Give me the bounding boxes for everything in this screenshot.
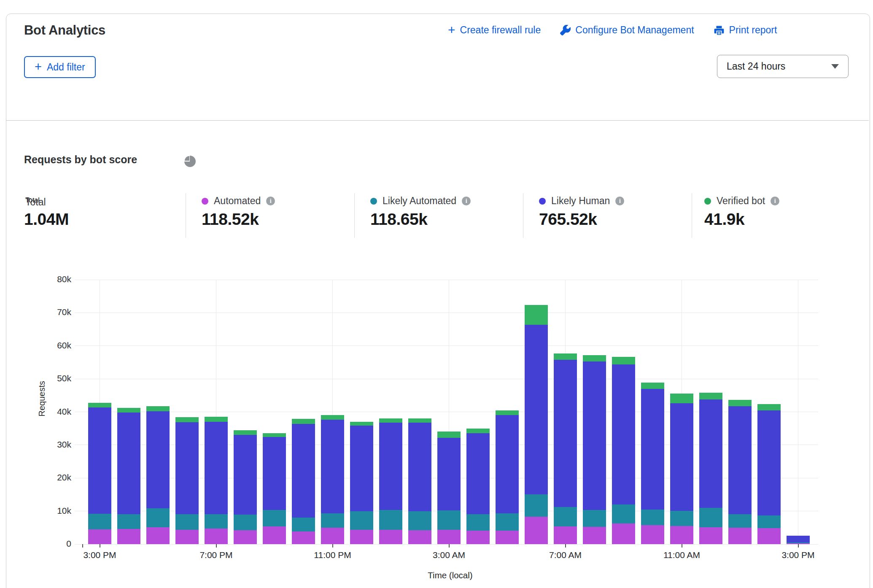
stacked-bar-1000am[interactable] <box>641 383 664 544</box>
stacked-bar-500pm[interactable] <box>146 406 170 544</box>
stacked-bar-400am[interactable] <box>466 429 490 544</box>
create-firewall-rule-label: Create firewall rule <box>460 24 541 36</box>
likely_human-segment <box>554 360 577 507</box>
stacked-bar-900pm[interactable] <box>263 433 286 544</box>
plus-icon: + <box>35 60 42 74</box>
add-filter-label: Add filter <box>47 62 85 73</box>
verified-segment <box>175 417 199 422</box>
total-label: Total <box>25 197 46 208</box>
automated-segment <box>437 530 461 544</box>
x-tickmark <box>82 544 83 548</box>
x-tick-label: 3:00 PM <box>752 550 845 560</box>
info-icon[interactable]: i <box>615 197 624 205</box>
x-tickmark <box>682 544 682 548</box>
likely_automated-segment <box>728 514 752 528</box>
stacked-bar-1100pm[interactable] <box>321 415 344 544</box>
stacked-bar-700am[interactable] <box>554 353 577 544</box>
automated-segment <box>757 528 781 544</box>
stacked-bar-1200am[interactable] <box>350 422 373 544</box>
verified-segment <box>437 432 461 438</box>
x-tick-label: 7:00 PM <box>170 550 263 560</box>
stacked-bar-700pm[interactable] <box>205 417 228 544</box>
pie-chart-icon <box>184 156 196 167</box>
verified-segment <box>525 305 548 324</box>
likely_automated-segment <box>466 514 490 531</box>
likely_automated-segment <box>263 510 286 526</box>
stacked-bar-300pm[interactable] <box>88 403 111 544</box>
stacked-bar-100am[interactable] <box>379 418 402 544</box>
stacked-bar-100pm[interactable] <box>728 400 752 544</box>
automated-segment <box>263 526 286 544</box>
stacked-bar-600am[interactable] <box>525 305 548 544</box>
automated-segment <box>408 530 431 544</box>
x-axis-title: Time (local) <box>82 570 818 580</box>
verified-segment <box>146 406 170 411</box>
stacked-bar-800pm[interactable] <box>234 430 257 544</box>
automated-segment <box>525 517 548 544</box>
likely_automated-segment <box>670 511 693 526</box>
time-range-select[interactable]: Last 24 hours <box>717 55 849 78</box>
stacked-bar-300am[interactable] <box>437 432 461 544</box>
x-tickmark <box>100 544 100 548</box>
likely_human-segment <box>757 410 781 515</box>
header-divider <box>6 120 869 121</box>
configure-bot-management-link[interactable]: Configure Bot Management <box>560 24 694 36</box>
automated-segment <box>175 530 199 544</box>
verified-segment <box>292 419 315 424</box>
info-icon[interactable]: i <box>266 197 275 205</box>
chart-plot-area <box>82 280 818 544</box>
print-report-link[interactable]: Print report <box>714 24 777 36</box>
stacked-bar-1100am[interactable] <box>670 394 693 544</box>
x-tick-label: 11:00 AM <box>636 550 728 560</box>
legend-item-automated: Automated i <box>202 195 275 207</box>
x-tickmark <box>216 544 217 548</box>
likely_human-segment <box>728 406 752 514</box>
verified-segment <box>350 422 373 426</box>
add-filter-button[interactable]: + Add filter <box>24 56 96 78</box>
likely_human-segment <box>525 325 548 494</box>
verified-bot-value: 41.9k <box>704 210 744 229</box>
stat-divider <box>354 193 355 238</box>
stacked-bar-300pm[interactable] <box>787 536 810 544</box>
likely_automated-segment <box>408 511 431 530</box>
stacked-bar-1200pm[interactable] <box>699 393 722 544</box>
automated-dot-icon <box>202 198 208 205</box>
likely_human-segment <box>146 411 170 508</box>
likely_automated-segment <box>583 510 606 527</box>
y-tick-label: 80k <box>35 274 71 284</box>
verified-segment <box>466 429 490 433</box>
stacked-bar-600pm[interactable] <box>175 417 199 544</box>
likely_automated-segment <box>641 510 664 526</box>
section-title: Requests by bot score <box>24 154 137 166</box>
likely_automated-segment <box>554 507 577 526</box>
stacked-bar-200pm[interactable] <box>757 404 781 544</box>
likely-automated-value: 118.65k <box>370 210 427 229</box>
likely_human-segment <box>350 426 373 511</box>
likely-human-value: 765.52k <box>539 210 597 229</box>
likely_automated-segment <box>612 504 635 523</box>
stacked-bar-800am[interactable] <box>583 355 606 544</box>
y-tick-label: 40k <box>35 407 71 417</box>
stacked-bar-900am[interactable] <box>612 357 635 544</box>
likely_human-segment <box>379 423 402 510</box>
create-firewall-rule-link[interactable]: + Create firewall rule <box>448 24 541 36</box>
total-value: 1.04M <box>24 210 69 229</box>
stacked-bar-400pm[interactable] <box>117 408 140 544</box>
verified-bot-label: Verified bot <box>717 195 765 207</box>
verified-segment <box>117 408 140 413</box>
stacked-bar-500am[interactable] <box>496 410 519 544</box>
automated-segment <box>88 529 111 544</box>
verified-segment <box>612 357 635 364</box>
likely_automated-segment <box>525 494 548 517</box>
verified-segment <box>641 383 664 389</box>
stacked-bar-1000pm[interactable] <box>292 419 315 544</box>
automated-segment <box>641 525 664 544</box>
print-report-label: Print report <box>729 24 777 36</box>
y-tick-label: 50k <box>35 373 71 383</box>
y-tick-label: 20k <box>35 472 71 483</box>
info-icon[interactable]: i <box>771 197 779 205</box>
automated-segment <box>728 528 752 544</box>
likely_human-segment <box>205 422 228 514</box>
info-icon[interactable]: i <box>462 197 471 205</box>
stacked-bar-200am[interactable] <box>408 418 431 544</box>
